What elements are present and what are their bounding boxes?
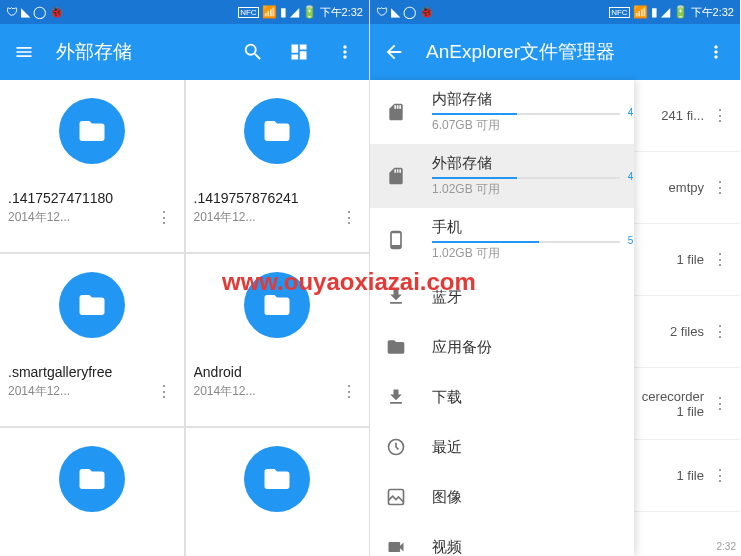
file-row[interactable]: 1 file ⋮ — [634, 224, 740, 296]
page-title-right: AnExplorer文件管理器 — [426, 39, 704, 65]
file-info: 241 fi... — [661, 108, 704, 123]
signal-icon: ▮ — [651, 5, 658, 19]
file-info: 1 file — [677, 252, 704, 267]
file-info: 1 file — [677, 468, 704, 483]
file-list: 2:32 241 fi... ⋮emtpy ⋮1 file ⋮2 files ⋮… — [634, 80, 740, 556]
item-more-button[interactable]: ⋮ — [152, 382, 176, 401]
folder-icon — [244, 272, 310, 338]
progress-percent: 57% — [628, 235, 634, 246]
file-row[interactable]: 1 file ⋮ — [634, 440, 740, 512]
drawer-item[interactable]: 视频 — [370, 522, 634, 556]
drawer-item-sub: 1.02GB 可用 — [432, 245, 620, 262]
search-button[interactable] — [241, 40, 265, 64]
status-bar-right: 🛡 ◣ ◯ 🐞 NFC 📶 ▮ ◢ 🔋 下午2:32 — [370, 0, 740, 24]
folder-icon — [59, 272, 125, 338]
view-button[interactable] — [287, 40, 311, 64]
image-icon — [384, 487, 408, 507]
file-more-button[interactable]: ⋮ — [708, 106, 732, 125]
progress-percent: 45% — [628, 171, 634, 182]
file-more-button[interactable]: ⋮ — [708, 250, 732, 269]
drawer-item-title: 最近 — [432, 438, 620, 457]
page-title-left: 外部存储 — [56, 39, 241, 65]
storage-progress: 45% — [432, 113, 620, 115]
drawer-item[interactable]: 下载 — [370, 372, 634, 422]
file-row[interactable]: 241 fi... ⋮ — [634, 80, 740, 152]
drawer-item[interactable]: 手机 57% 1.02GB 可用 — [370, 208, 634, 272]
nfc-icon: NFC — [238, 7, 258, 18]
signal2-icon: ◢ — [661, 5, 670, 19]
item-date: 2014年12... — [194, 383, 256, 400]
drawer-item[interactable]: 图像 — [370, 472, 634, 522]
file-more-button[interactable]: ⋮ — [708, 394, 732, 413]
storage-progress: 57% — [432, 241, 620, 243]
file-info: 2 files — [670, 324, 704, 339]
drawer-item[interactable]: 内部存储 45% 6.07GB 可用 — [370, 80, 634, 144]
file-row[interactable]: cerecorder1 file ⋮ — [634, 368, 740, 440]
item-more-button[interactable]: ⋮ — [337, 208, 361, 227]
menu-button[interactable] — [12, 40, 36, 64]
folder-icon — [59, 98, 125, 164]
folder-grid: .1417527471180 2014年12... ⋮ .14197578762… — [0, 80, 369, 556]
folder-item[interactable]: .smartgalleryfree 2014年12... ⋮ — [0, 254, 184, 426]
item-more-button[interactable]: ⋮ — [152, 208, 176, 227]
drawer-item[interactable]: 应用备份 — [370, 322, 634, 372]
file-more-button[interactable]: ⋮ — [708, 322, 732, 341]
more-button[interactable] — [704, 40, 728, 64]
item-more-button[interactable]: ⋮ — [337, 382, 361, 401]
download-icon — [384, 387, 408, 407]
drawer-item-sub: 1.02GB 可用 — [432, 181, 620, 198]
signal2-icon: ◢ — [290, 5, 299, 19]
back-button[interactable] — [382, 40, 406, 64]
item-name: Android — [194, 364, 362, 380]
drawer-item-title: 视频 — [432, 538, 620, 557]
file-more-button[interactable]: ⋮ — [708, 178, 732, 197]
folder-icon — [244, 446, 310, 512]
folder-item[interactable]: .1417527471180 2014年12... ⋮ — [0, 80, 184, 252]
bookmark-icon: ◣ — [21, 5, 30, 19]
app-bar-right: AnExplorer文件管理器 — [370, 24, 740, 80]
file-row[interactable]: emtpy ⋮ — [634, 152, 740, 224]
drawer-item-title: 图像 — [432, 488, 620, 507]
folder-icon — [244, 98, 310, 164]
status-bar-left: 🛡 ◣ ◯ 🐞 NFC 📶 ▮ ◢ 🔋 下午2:32 — [0, 0, 369, 24]
storage-progress: 45% — [432, 177, 620, 179]
drawer-item-title: 下载 — [432, 388, 620, 407]
clock-icon — [384, 437, 408, 457]
item-name: .smartgalleryfree — [8, 364, 176, 380]
drawer-item-title: 内部存储 — [432, 90, 620, 109]
drawer-item[interactable]: 蓝牙 — [370, 272, 634, 322]
drawer-item-sub: 6.07GB 可用 — [432, 117, 620, 134]
battery-icon: 🔋 — [302, 5, 317, 19]
video-icon — [384, 537, 408, 556]
file-info: emtpy — [669, 180, 704, 195]
folder-icon — [384, 337, 408, 357]
progress-percent: 45% — [628, 107, 634, 118]
wifi-icon: 📶 — [633, 5, 648, 19]
sd-icon — [384, 166, 408, 186]
bug-icon: 🐞 — [419, 5, 434, 19]
navigation-drawer: 内部存储 45% 6.07GB 可用 外部存储 45% 1.02GB 可用 手机… — [370, 80, 634, 556]
drawer-item-title: 外部存储 — [432, 154, 620, 173]
file-row[interactable]: 2 files ⋮ — [634, 296, 740, 368]
drawer-item-title: 蓝牙 — [432, 288, 620, 307]
status-time: 下午2:32 — [320, 5, 363, 20]
status-time: 下午2:32 — [691, 5, 734, 20]
more-button[interactable] — [333, 40, 357, 64]
drawer-item[interactable]: 最近 — [370, 422, 634, 472]
folder-item[interactable]: .1419757876241 2014年12... ⋮ — [186, 80, 370, 252]
bookmark-icon: ◣ — [391, 5, 400, 19]
bug-icon: 🐞 — [49, 5, 64, 19]
shield-icon: 🛡 — [376, 5, 388, 19]
download-icon — [384, 287, 408, 307]
drawer-item[interactable]: 外部存储 45% 1.02GB 可用 — [370, 144, 634, 208]
battery-icon: 🔋 — [673, 5, 688, 19]
file-more-button[interactable]: ⋮ — [708, 466, 732, 485]
folder-item[interactable] — [186, 428, 370, 556]
file-info: cerecorder1 file — [642, 389, 704, 419]
folder-item[interactable]: Android 2014年12... ⋮ — [186, 254, 370, 426]
item-name: .1419757876241 — [194, 190, 362, 206]
folder-item[interactable] — [0, 428, 184, 556]
item-date: 2014年12... — [8, 209, 70, 226]
item-name: .1417527471180 — [8, 190, 176, 206]
location-icon: ◯ — [403, 5, 416, 19]
